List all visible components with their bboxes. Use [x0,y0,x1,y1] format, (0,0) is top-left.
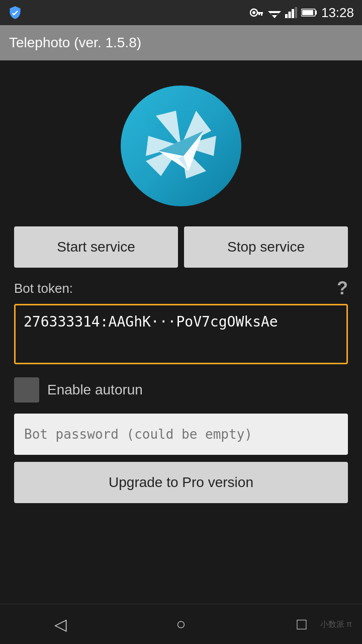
app-title: Telephoto (ver. 1.5.8) [9,35,141,51]
signal-icon [285,7,297,18]
watermark: 小数派 π [320,619,352,630]
bot-token-row: Bot token: ? [14,278,348,299]
status-bar-right: 13:28 [250,5,354,21]
bot-password-input[interactable] [14,414,348,455]
svg-point-1 [252,11,255,14]
logo-area [14,60,348,226]
status-bar: 13:28 [0,0,362,25]
autorun-checkbox[interactable] [14,377,39,403]
svg-rect-4 [258,14,260,15]
main-content: Start service Stop service Bot token: ? … [0,60,362,513]
back-nav-button[interactable]: ◁ [40,609,80,639]
status-time: 13:28 [321,5,354,21]
help-icon[interactable]: ? [337,278,348,299]
bot-token-input[interactable]: 276333314:AAGhK<span class="token-blurre… [14,304,348,364]
service-buttons-row: Start service Stop service [14,226,348,268]
key-icon [250,8,264,18]
home-nav-button[interactable]: ○ [161,609,201,639]
shield-icon [8,6,22,20]
svg-marker-7 [272,15,277,18]
svg-rect-9 [288,12,291,18]
autorun-row: Enable autorun [14,377,348,403]
autorun-label: Enable autorun [47,382,143,398]
nav-bar: ◁ ○ □ 小数派 π [0,604,362,644]
svg-rect-8 [285,14,288,18]
wifi-icon [268,7,281,18]
battery-icon [301,8,317,17]
start-service-button[interactable]: Start service [14,226,178,268]
title-bar: Telephoto (ver. 1.5.8) [0,25,362,60]
stop-service-button[interactable]: Stop service [184,226,348,268]
app-logo [121,86,241,206]
bot-token-label: Bot token: [14,281,73,296]
svg-rect-11 [295,7,297,18]
svg-rect-14 [302,10,313,15]
svg-rect-3 [261,14,262,16]
upgrade-button[interactable]: Upgrade to Pro version [14,462,348,503]
svg-rect-10 [292,9,294,18]
status-bar-left [8,6,22,20]
svg-rect-13 [315,11,317,15]
svg-rect-2 [257,12,263,14]
recents-nav-button[interactable]: □ [282,609,322,639]
